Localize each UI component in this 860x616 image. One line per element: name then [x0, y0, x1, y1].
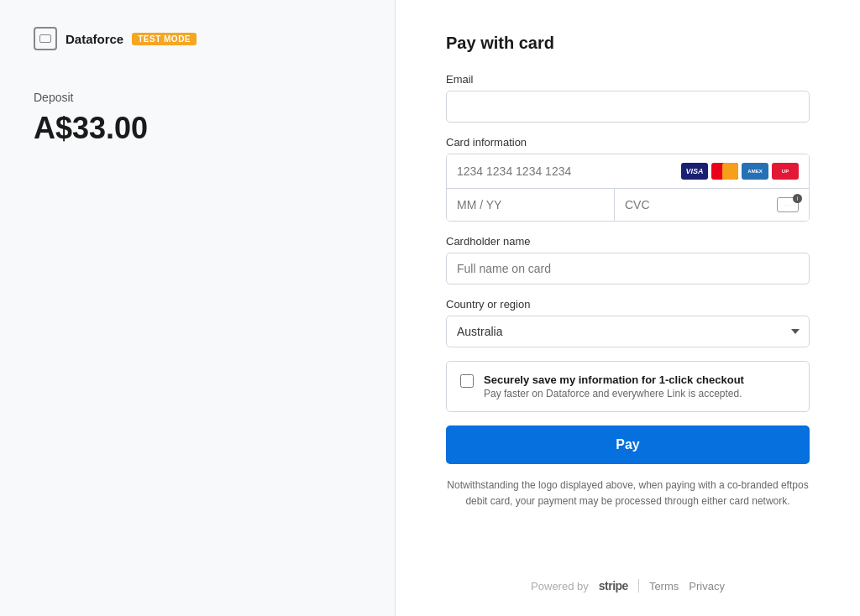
- country-select[interactable]: Australia United States United Kingdom C…: [446, 316, 810, 347]
- save-info-subtitle: Pay faster on Dataforce and everywhere L…: [484, 388, 795, 399]
- cardholder-label: Cardholder name: [446, 235, 810, 248]
- email-label: Email: [446, 73, 810, 86]
- save-info-box: Securely save my information for 1-click…: [446, 361, 810, 412]
- email-group: Email: [446, 73, 810, 123]
- deposit-label: Deposit: [34, 91, 361, 104]
- country-label: Country or region: [446, 298, 810, 311]
- disclaimer-text: Notwithstanding the logo displayed above…: [446, 478, 810, 509]
- terms-link[interactable]: Terms: [649, 580, 679, 593]
- amex-icon: AMEX: [742, 163, 768, 180]
- cardholder-group: Cardholder name: [446, 235, 810, 285]
- disclaimer-content: Notwithstanding the logo displayed above…: [447, 479, 808, 507]
- right-panel: Pay with card Email Card information VIS…: [396, 0, 860, 616]
- page-title: Pay with card: [446, 34, 810, 53]
- cvc-input[interactable]: [625, 198, 772, 211]
- brand-row: Dataforce TEST MODE: [34, 27, 361, 50]
- unionpay-icon: UP: [772, 163, 799, 180]
- card-icons: VISA AMEX UP: [681, 163, 799, 180]
- pay-button[interactable]: Pay: [446, 425, 810, 464]
- brand-name: Dataforce: [66, 32, 123, 46]
- expiry-cvc-row: i: [447, 189, 809, 221]
- brand-icon: [34, 27, 57, 50]
- cvc-card-icon: i: [777, 197, 799, 212]
- mastercard-icon: [711, 163, 738, 180]
- stripe-logo: stripe: [599, 579, 628, 593]
- footer-divider: [638, 579, 639, 593]
- cvc-badge: i: [793, 194, 802, 203]
- privacy-link[interactable]: Privacy: [689, 580, 725, 593]
- save-info-text: Securely save my information for 1-click…: [484, 373, 795, 399]
- powered-by-text: Powered by: [531, 580, 589, 593]
- expiry-input[interactable]: [447, 189, 615, 221]
- card-info-group: Card information VISA AMEX UP i: [446, 136, 810, 222]
- brand-icon-inner: [39, 34, 51, 43]
- test-mode-badge: TEST MODE: [132, 33, 197, 45]
- email-input[interactable]: [446, 91, 810, 123]
- card-info-label: Card information: [446, 136, 810, 149]
- country-group: Country or region Australia United State…: [446, 298, 810, 347]
- footer: Powered by stripe Terms Privacy: [396, 579, 860, 593]
- cvc-row: i: [615, 189, 809, 221]
- card-number-row: VISA AMEX UP: [447, 154, 809, 189]
- left-panel: Dataforce TEST MODE Deposit A$33.00: [0, 0, 396, 616]
- save-info-title: Securely save my information for 1-click…: [484, 373, 795, 386]
- save-info-checkbox[interactable]: [460, 374, 474, 388]
- card-number-input[interactable]: [457, 164, 681, 178]
- country-select-wrapper: Australia United States United Kingdom C…: [446, 316, 810, 347]
- deposit-amount: A$33.00: [34, 111, 361, 146]
- visa-icon: VISA: [681, 163, 708, 180]
- card-info-container: VISA AMEX UP i: [446, 154, 810, 222]
- cardholder-input[interactable]: [446, 253, 810, 285]
